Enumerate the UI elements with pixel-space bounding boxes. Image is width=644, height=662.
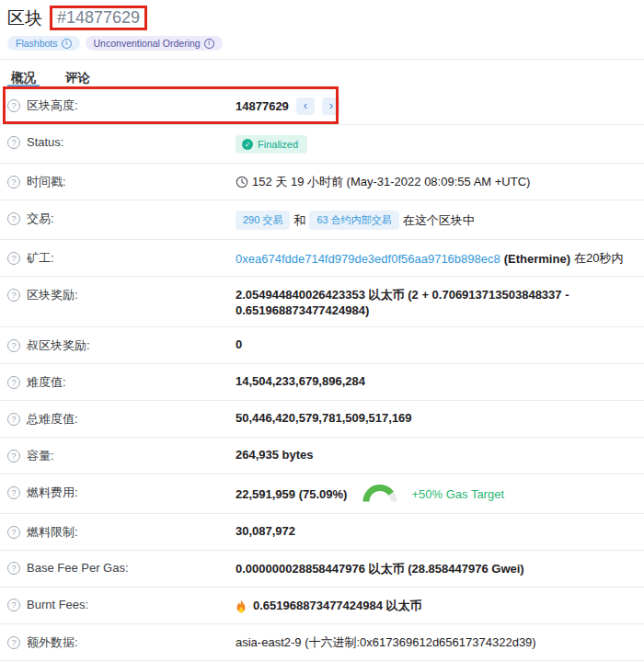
help-icon[interactable]: ? (7, 526, 20, 539)
row-base-fee: ? Base Fee Per Gas: 0.000000028858447976… (0, 551, 644, 588)
help-icon[interactable]: ? (7, 599, 20, 611)
tab-bar: 概况 评论 (0, 59, 644, 87)
row-total-difficulty: ? 总难度值: 50,446,420,579,781,509,517,169 (0, 401, 644, 438)
page-title: 区块 (7, 6, 42, 30)
gas-target-label: +50% Gas Target (411, 487, 504, 501)
row-label-text: 叔区块奖励: (27, 337, 90, 354)
help-icon[interactable]: ? (7, 486, 20, 499)
row-miner: ? 矿工: 0xea674fdde714fd979de3edf0f56aa971… (0, 240, 644, 277)
tab-overview[interactable]: 概况 (7, 68, 40, 87)
help-icon[interactable]: ? (7, 212, 20, 225)
next-block-button[interactable]: › (322, 97, 340, 115)
help-icon[interactable]: ? (7, 176, 20, 188)
row-label-text: 矿工: (27, 250, 54, 267)
row-block-reward: ? 区块奖励: 2.054944840026423353 以太币 (2 + 0.… (0, 277, 644, 327)
help-icon[interactable]: ? (7, 136, 20, 149)
row-label-text: 燃料费用: (27, 485, 78, 501)
status-badge: ✓ Finalized (236, 135, 307, 154)
check-icon: ✓ (242, 139, 253, 150)
transactions-joiner: 和 (293, 212, 305, 229)
row-label-text: Burnt Fees: (27, 598, 88, 611)
help-icon[interactable]: ? (7, 450, 20, 462)
gas-limit-value: 30,087,972 (236, 524, 295, 538)
row-label-text: 区块奖励: (27, 287, 78, 303)
internal-transactions-badge[interactable]: 63 合约内部交易 (309, 211, 398, 230)
uncle-reward-value: 0 (236, 337, 242, 351)
block-reward-value: 2.054944840026423353 以太币 (2 + 0.70691371… (236, 287, 637, 317)
transactions-suffix: 在这个区块中 (403, 212, 475, 229)
flame-icon (236, 599, 247, 613)
block-height-value: 14877629 (236, 99, 289, 113)
row-label-text: 时间戳: (27, 174, 66, 190)
status-badge-label: Finalized (258, 139, 298, 150)
row-uncle-reward: ? 叔区块奖励: 0 (0, 327, 644, 364)
extra-data-value: asia-east2-9 (十六进制:0x617369612d656173743… (236, 634, 536, 651)
help-icon[interactable]: ? (7, 562, 20, 575)
clock-icon (236, 176, 248, 188)
row-label-text: 区块高度: (27, 97, 78, 114)
row-status: ? Status: ✓ Finalized (0, 125, 644, 164)
row-difficulty: ? 难度值: 14,504,233,679,896,284 (0, 364, 644, 401)
miner-time-suffix: 在20秒内 (574, 250, 623, 267)
base-fee-value: 0.000000028858447976 以太币 (28.858447976 G… (236, 561, 524, 577)
size-value: 264,935 bytes (236, 448, 314, 462)
info-icon[interactable]: i (204, 39, 214, 49)
unconventional-ordering-badge[interactable]: Unconventional Ordering i (86, 36, 223, 51)
tab-comments[interactable]: 评论 (62, 68, 94, 87)
ordering-badge-label: Unconventional Ordering (94, 38, 201, 49)
row-label-text: 总难度值: (27, 411, 78, 428)
miner-address-link[interactable]: 0xea674fdde714fd979de3edf0f56aa9716b898e… (236, 252, 500, 266)
row-transactions: ? 交易: 290 交易 和 63 合约内部交易 在这个区块中 (0, 200, 644, 240)
row-burnt-fees: ? Burnt Fees: 0.651968873477424984 以太币 (0, 588, 644, 624)
help-icon[interactable]: ? (7, 289, 20, 302)
block-detail-table: ? 区块高度: 14877629 ‹ › ? Status: ✓ Finaliz… (0, 87, 644, 662)
page-header: 区块 #14877629 Flashbots i Unconventional … (0, 0, 644, 51)
row-label-text: Status: (27, 135, 63, 149)
row-size: ? 容量: 264,935 bytes (0, 438, 644, 474)
gas-used-value: 22,591,959 (75.09%) (236, 487, 347, 501)
transactions-count-badge[interactable]: 290 交易 (236, 211, 290, 230)
help-icon[interactable]: ? (7, 339, 20, 352)
info-icon[interactable]: i (62, 39, 72, 49)
timestamp-value: 152 天 19 小时前 (May-31-2022 08:09:55 AM +U… (252, 174, 530, 190)
help-icon[interactable]: ? (7, 99, 20, 112)
help-icon[interactable]: ? (7, 252, 20, 265)
row-extra-data: ? 额外数据: asia-east2-9 (十六进制:0x617369612d6… (0, 624, 644, 661)
row-label-text: 难度值: (27, 374, 66, 391)
difficulty-value: 14,504,233,679,896,284 (236, 374, 365, 388)
row-block-height: ? 区块高度: 14877629 ‹ › (0, 87, 644, 125)
row-label-text: 燃料限制: (27, 524, 78, 541)
annotation-box-block-number: #14877629 (50, 6, 147, 30)
burnt-fees-value: 0.651968873477424984 以太币 (253, 598, 422, 614)
gas-gauge-icon (362, 485, 398, 504)
flashbots-badge[interactable]: Flashbots i (7, 36, 80, 51)
row-gas-used: ? 燃料费用: 22,591,959 (75.09%) +50% Gas Tar… (0, 474, 644, 514)
block-details-page: 区块 #14877629 Flashbots i Unconventional … (0, 0, 644, 662)
row-label-text: 交易: (27, 211, 54, 227)
row-label-text: 容量: (27, 448, 54, 464)
help-icon[interactable]: ? (7, 413, 20, 426)
previous-block-button[interactable]: ‹ (296, 97, 315, 115)
miner-name: (Ethermine) (504, 252, 570, 266)
flashbots-badge-label: Flashbots (16, 38, 58, 49)
total-difficulty-value: 50,446,420,579,781,509,517,169 (236, 411, 412, 425)
row-label-text: Base Fee Per Gas: (27, 561, 129, 575)
help-icon[interactable]: ? (7, 636, 20, 649)
row-timestamp: ? 时间戳: 152 天 19 小时前 (May-31-2022 08:09:5… (0, 164, 644, 200)
row-label-text: 额外数据: (27, 634, 78, 651)
help-icon[interactable]: ? (7, 376, 20, 389)
block-number: #14877629 (57, 8, 140, 27)
row-gas-limit: ? 燃料限制: 30,087,972 (0, 514, 644, 551)
